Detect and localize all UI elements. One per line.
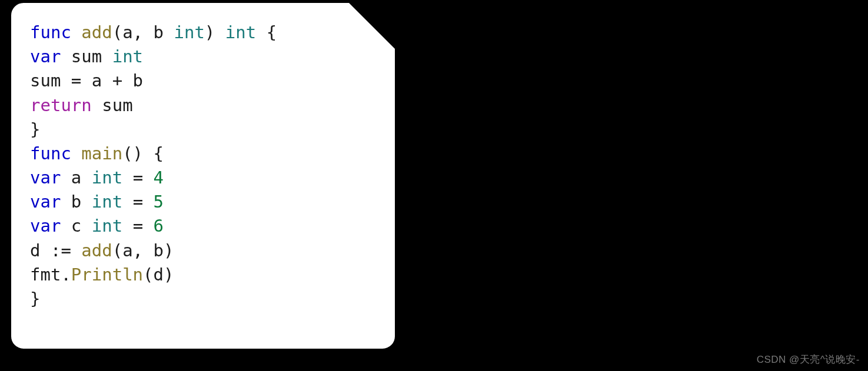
code-block: func add(a, b int) int { var sum int sum… bbox=[30, 21, 377, 311]
function-call: add bbox=[81, 240, 112, 260]
type-int: int bbox=[92, 168, 122, 188]
keyword-var: var bbox=[30, 192, 61, 212]
number-literal: 6 bbox=[154, 216, 164, 236]
code-line: } bbox=[30, 119, 40, 139]
type-int: int bbox=[92, 192, 122, 212]
keyword-func: func bbox=[30, 22, 71, 42]
code-line: var b int = 5 bbox=[30, 192, 164, 212]
code-line: d := add(a, b) bbox=[30, 240, 174, 260]
type-int: int bbox=[225, 22, 256, 42]
number-literal: 4 bbox=[154, 168, 164, 188]
folded-corner bbox=[345, 0, 398, 52]
code-line: return sum bbox=[30, 95, 133, 115]
keyword-var: var bbox=[30, 46, 61, 66]
type-int: int bbox=[92, 216, 122, 236]
function-name: main bbox=[81, 143, 122, 163]
code-line: sum = a + b bbox=[30, 71, 143, 91]
code-line: var sum int bbox=[30, 46, 143, 66]
code-line: } bbox=[30, 289, 40, 309]
code-line: func main() { bbox=[30, 143, 164, 163]
code-line: func add(a, b int) int { bbox=[30, 22, 277, 42]
type-int: int bbox=[174, 22, 204, 42]
number-literal: 5 bbox=[154, 192, 164, 212]
keyword-var: var bbox=[30, 216, 61, 236]
keyword-func: func bbox=[30, 143, 71, 163]
function-call: Println bbox=[71, 265, 143, 285]
code-line: var c int = 6 bbox=[30, 216, 164, 236]
watermark-text: CSDN @天亮^说晚安- bbox=[757, 353, 860, 366]
code-card: func add(a, b int) int { var sum int sum… bbox=[8, 0, 398, 352]
keyword-var: var bbox=[30, 168, 61, 188]
function-name: add bbox=[81, 22, 112, 42]
keyword-return: return bbox=[30, 95, 92, 115]
code-line: fmt.Println(d) bbox=[30, 265, 174, 285]
type-int: int bbox=[112, 46, 143, 66]
code-line: var a int = 4 bbox=[30, 168, 164, 188]
